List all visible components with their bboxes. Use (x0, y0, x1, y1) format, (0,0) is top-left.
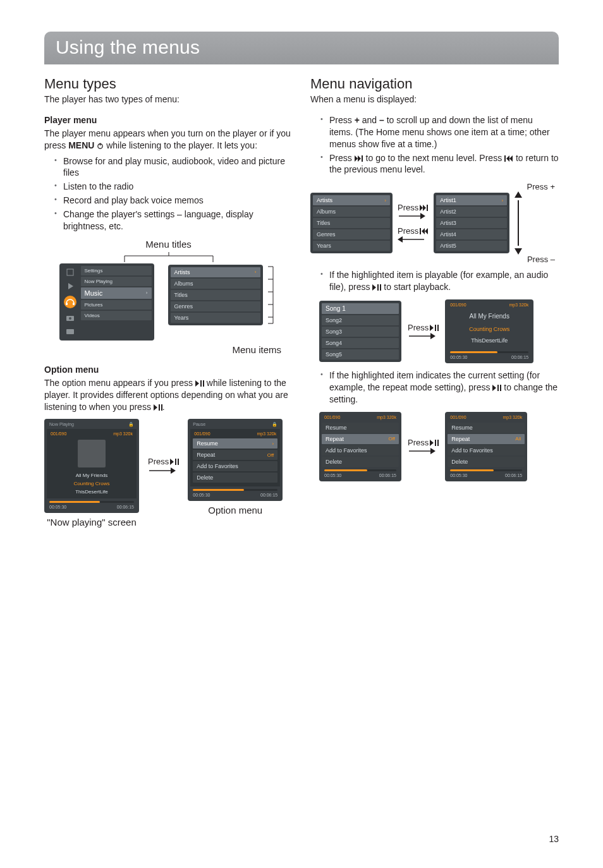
video-icon (65, 327, 75, 337)
svg-marker-32 (355, 155, 358, 162)
svg-marker-44 (422, 228, 425, 234)
page-title: Using the menus (56, 37, 547, 58)
list-item: Change the player's settings – language,… (54, 208, 293, 232)
repeat-all-screen: 001/090mp3 320k Resume RepeatAll Add to … (445, 412, 527, 481)
player-menu-heading: Player menu (44, 114, 293, 126)
svg-marker-58 (492, 385, 496, 391)
svg-rect-63 (437, 440, 439, 446)
nav-right-screen: Artist1› Artist2 Artist3 Artist4 Artist5 (434, 193, 509, 253)
menu-nav-heading: Menu navigation (310, 76, 559, 92)
fig-menu-titles: Menu titles Settings (44, 239, 293, 355)
menu-titles-label: Menu titles (44, 239, 293, 250)
headphones-icon (63, 295, 77, 309)
now-playing-screen: Now Playing🔒 001/090mp3 320k All My Frie… (44, 419, 139, 513)
option-menu-heading: Option menu (44, 364, 293, 376)
camera-icon (65, 313, 75, 323)
svg-marker-61 (430, 440, 434, 446)
play-pause-icon (372, 284, 381, 291)
option-menu-label: Option menu (188, 505, 283, 515)
bracket-icon (265, 263, 278, 327)
svg-rect-62 (435, 440, 436, 446)
fig-playback: Song 1 Song2 Song3 Song4 Song5 Press 001… (319, 299, 559, 363)
list-item: Record and play back voice memos (54, 195, 293, 207)
svg-marker-7 (68, 283, 73, 289)
arrow-up-icon (515, 191, 522, 200)
list-item: If the highlighted item indicates the cu… (320, 370, 559, 406)
arrow-down-icon (515, 246, 522, 255)
menu-types-heading: Menu types (44, 76, 293, 92)
svg-marker-24 (154, 404, 157, 411)
play-pause-icon (170, 459, 179, 465)
svg-point-8 (64, 296, 76, 308)
list-item: Press + and – to scroll up and down the … (320, 114, 559, 150)
svg-rect-54 (435, 325, 436, 331)
svg-rect-6 (67, 269, 73, 275)
power-icon (97, 142, 104, 149)
fig-setting-change: 001/090mp3 320k Resume RepeatOff Add to … (319, 412, 559, 481)
list-item: If the highlighted item is playable (for… (320, 269, 559, 293)
svg-marker-33 (358, 155, 361, 162)
svg-rect-9 (66, 303, 68, 305)
arrow-right-icon (398, 212, 425, 220)
now-playing-label: "Now playing" screen (44, 517, 139, 527)
lock-icon: 🔒 (272, 422, 277, 427)
list-item: Press to go to the next menu level. Pres… (320, 152, 559, 176)
menu-nav-sub: When a menu is displayed: (310, 93, 559, 105)
svg-marker-27 (170, 459, 174, 465)
player-menu-list: Browse for and play music, audiobook, vi… (44, 155, 293, 232)
svg-rect-35 (504, 155, 506, 162)
svg-rect-28 (175, 459, 176, 465)
scroll-indicator (515, 191, 522, 255)
arrow-right-icon (408, 332, 436, 340)
arrow-right-icon (148, 466, 176, 475)
fig-nav-levels: Press + Artists› Albums Titles Genres Ye… (310, 182, 559, 264)
svg-rect-51 (377, 284, 379, 291)
repeat-off-screen: 001/090mp3 320k Resume RepeatOff Add to … (319, 412, 401, 481)
play-pause-icon (154, 404, 162, 411)
svg-marker-57 (430, 333, 436, 339)
svg-marker-53 (430, 325, 434, 331)
home-menu-screen: Settings Now Playing Music› Pictures Vid… (59, 263, 154, 341)
play-pause-icon (430, 325, 439, 331)
nav-bullets-2: If the highlighted item is playable (for… (310, 269, 559, 293)
arrow-left-icon (398, 236, 425, 243)
play-pause-icon (195, 380, 204, 387)
svg-marker-45 (425, 228, 428, 234)
press-minus-label: Press – (310, 255, 559, 264)
option-menu-p1: The option menu appears if you press whi… (44, 377, 293, 413)
settings-icon (65, 267, 75, 277)
page-number: 13 (549, 834, 559, 844)
svg-marker-50 (372, 284, 376, 291)
menu-items-label: Menu items (44, 344, 293, 355)
arrow-right-icon (408, 447, 436, 455)
list-item: Browse for and play music, audiobook, vi… (54, 155, 293, 179)
playback-screen: 001/090mp3 320k All My Friends Counting … (445, 299, 533, 363)
lock-icon: 🔒 (128, 422, 134, 427)
svg-marker-48 (515, 191, 522, 198)
svg-rect-40 (427, 205, 428, 211)
player-menu-p1: The player menu appears when you turn on… (44, 128, 293, 152)
nav-bullets-3: If the highlighted item indicates the cu… (310, 370, 559, 406)
right-column: Menu navigation When a menu is displayed… (310, 76, 559, 527)
fig-option-menu: Now Playing🔒 001/090mp3 320k All My Frie… (44, 419, 293, 527)
svg-rect-34 (362, 155, 363, 162)
page-title-bar: Using the menus (44, 32, 559, 64)
svg-marker-42 (420, 213, 425, 219)
list-item: Listen to the radio (54, 181, 293, 193)
nav-bullets: Press + and – to scroll up and down the … (310, 114, 559, 176)
svg-marker-37 (509, 155, 513, 162)
svg-marker-65 (430, 448, 436, 454)
play-pause-icon (492, 385, 501, 391)
svg-rect-25 (159, 404, 160, 411)
left-column: Menu types The player has two types of m… (44, 76, 293, 527)
svg-rect-43 (420, 228, 421, 234)
play-pause-icon (430, 440, 439, 446)
music-menu-screen: Artists› Albums Titles Genres Years (168, 265, 263, 325)
svg-marker-47 (398, 236, 403, 243)
press-play-label: Press (148, 457, 179, 466)
svg-marker-38 (420, 205, 423, 211)
svg-marker-31 (171, 467, 176, 474)
album-art-placeholder (78, 440, 106, 467)
svg-rect-29 (178, 459, 179, 465)
svg-rect-55 (437, 325, 439, 331)
